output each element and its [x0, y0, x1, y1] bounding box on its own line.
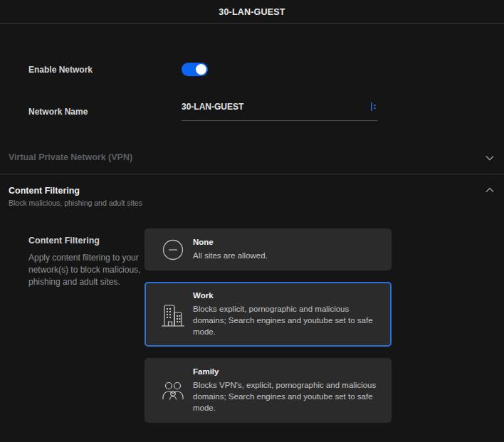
option-card-none[interactable]: None All sites are allowed. — [145, 228, 392, 270]
network-settings-panel: 30-LAN-GUEST Enable Network Network Name… — [0, 0, 504, 442]
chevron-up-icon — [485, 186, 494, 193]
content-filtering-setting-info: Content Filtering Apply content filterin… — [0, 228, 145, 423]
enable-network-label: Enable Network — [28, 65, 182, 75]
vpn-section-header[interactable]: Virtual Private Network (VPN) — [0, 152, 504, 174]
network-name-value: 30-LAN-GUEST — [182, 102, 243, 112]
vpn-section-title: Virtual Private Network (VPN) — [9, 152, 132, 162]
office-building-icon — [153, 301, 193, 328]
option-card-work[interactable]: Work Blocks explicit, pornographic and m… — [145, 282, 392, 347]
minus-circle-icon — [153, 238, 193, 261]
network-form: Enable Network Network Name 30-LAN-GUEST — [0, 24, 504, 121]
option-description: Blocks explicit, pornographic and malici… — [193, 303, 380, 337]
option-description: Blocks VPN's, explicit, pornographic and… — [193, 379, 380, 414]
chevron-down-icon — [485, 154, 494, 161]
text-cursor-icon — [369, 102, 377, 115]
content-filtering-title: Content Filtering — [9, 186, 142, 196]
content-filtering-heading: Content Filtering Block malicious, phish… — [9, 186, 142, 207]
content-filtering-options: None All sites are allowed. — [145, 228, 392, 423]
network-title: 30-LAN-GUEST — [219, 7, 285, 17]
option-name: None — [193, 238, 380, 246]
toggle-knob — [196, 64, 206, 75]
option-name: Family — [193, 367, 380, 376]
option-text: Family Blocks VPN's, explicit, pornograp… — [193, 367, 380, 414]
network-name-row: Network Name 30-LAN-GUEST — [0, 102, 504, 121]
enable-network-row: Enable Network — [0, 63, 504, 76]
option-text: Work Blocks explicit, pornographic and m… — [193, 291, 380, 337]
enable-network-toggle[interactable] — [182, 63, 208, 76]
family-icon — [153, 379, 193, 402]
option-name: Work — [193, 291, 380, 300]
network-name-label: Network Name — [28, 107, 182, 117]
option-description: All sites are allowed. — [193, 250, 380, 261]
content-filtering-body: Content Filtering Apply content filterin… — [0, 228, 504, 423]
option-text: None All sites are allowed. — [193, 238, 380, 261]
content-filtering-section-header[interactable]: Content Filtering Block malicious, phish… — [0, 174, 504, 207]
setting-description: Apply content filtering to your network(… — [28, 252, 151, 288]
option-card-family[interactable]: Family Blocks VPN's, explicit, pornograp… — [145, 358, 392, 423]
content-filtering-subtitle: Block malicious, phishing and adult site… — [9, 199, 142, 207]
setting-label: Content Filtering — [28, 236, 145, 246]
panel-header: 30-LAN-GUEST — [0, 0, 504, 24]
network-name-input[interactable]: 30-LAN-GUEST — [182, 102, 377, 121]
